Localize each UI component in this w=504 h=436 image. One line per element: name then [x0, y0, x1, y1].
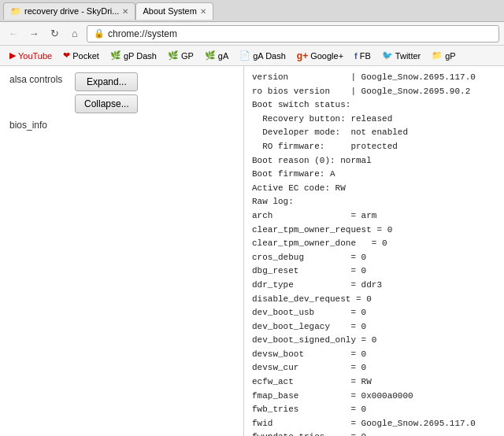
info-line: ddr_type = ddr3 — [252, 279, 496, 293]
tab-about-label: About System — [143, 6, 196, 16]
main-content: alsa controls Expand... Collapse... bios… — [0, 66, 504, 436]
home-button[interactable]: ⌂ — [66, 25, 83, 42]
address-bar[interactable]: 🔒 chrome://system — [87, 25, 499, 42]
googleplus-label: Google+ — [310, 51, 343, 61]
info-line: arch = arm — [252, 209, 496, 224]
bookmark-twitter[interactable]: 🐦 Twitter — [377, 48, 425, 64]
twitter-icon: 🐦 — [382, 50, 393, 61]
tab-close-btn[interactable]: ✕ — [122, 7, 128, 16]
address-icon: 🔒 — [94, 28, 105, 39]
info-line: clear_tpm_owner_request = 0 — [252, 224, 496, 238]
info-line: disable_dev_request = 0 — [252, 293, 496, 307]
nav-bar: ← → ↻ ⌂ 🔒 chrome://system — [0, 22, 504, 46]
youtube-icon: ▶ — [9, 50, 16, 61]
googleplus-icon: g+ — [297, 50, 308, 61]
bookmark-gp[interactable]: 🌿 GP — [163, 48, 198, 64]
info-line: fwid = Google_Snow.2695.117.0 — [252, 417, 496, 431]
collapse-button[interactable]: Collapse... — [75, 94, 138, 113]
info-line: dbg_reset = 0 — [252, 264, 496, 279]
right-panel[interactable]: version | Google_Snow.2695.117.0ro bios … — [244, 66, 504, 436]
bookmark-ga[interactable]: 🌿 gA — [200, 48, 233, 64]
twitter-label: Twitter — [395, 51, 421, 61]
gp-label: GP — [181, 51, 194, 61]
bookmarks-bar: ▶ YouTube ❤ Pocket 🌿 gP Dash 🌿 GP 🌿 gA 📄… — [0, 46, 504, 66]
gpdash-label: gP Dash — [124, 51, 157, 61]
info-line: dev_boot_legacy = 0 — [252, 320, 496, 334]
alsa-label: alsa controls — [6, 72, 65, 87]
bookmark-pocket[interactable]: ❤ Pocket — [58, 48, 104, 64]
expand-button[interactable]: Expand... — [75, 72, 138, 91]
bookmark-youtube[interactable]: ▶ YouTube — [5, 48, 57, 64]
title-bar: 📁 recovery drive - SkyDri... ✕ About Sys… — [0, 0, 504, 22]
gpdash-icon: 🌿 — [110, 50, 121, 61]
info-line: Boot switch status: — [252, 98, 496, 113]
tab-label: recovery drive - SkyDri... — [24, 6, 119, 16]
forward-button[interactable]: → — [25, 25, 43, 42]
fb-icon: f — [354, 51, 358, 61]
ga-label: gA — [218, 51, 228, 61]
info-line: ro bios version | Google_Snow.2695.90.2 — [252, 85, 496, 99]
buttons-section: Expand... Collapse... — [72, 72, 138, 113]
back-button[interactable]: ← — [5, 25, 22, 42]
info-line: Raw log: — [252, 195, 496, 209]
tab-icon: 📁 — [10, 6, 21, 17]
gp-icon: 🌿 — [168, 50, 179, 61]
bookmark-googleplus[interactable]: g+ Google+ — [292, 48, 348, 64]
tab-recovery[interactable]: 📁 recovery drive - SkyDri... ✕ — [3, 2, 135, 20]
info-line: devsw_boot = 0 — [252, 348, 496, 362]
info-line: Boot reason (0): normal — [252, 154, 496, 168]
info-line: Boot firmware: A — [252, 168, 496, 182]
fb-label: FB — [360, 51, 371, 61]
gp2-label: gP — [445, 51, 455, 61]
bios-label: bios_info — [6, 118, 237, 132]
bookmark-gadash[interactable]: 📄 gA Dash — [235, 48, 291, 64]
address-text: chrome://system — [108, 28, 177, 39]
info-line: dev_boot_usb = 0 — [252, 306, 496, 320]
info-line: cros_debug = 0 — [252, 251, 496, 265]
ga-icon: 🌿 — [205, 50, 216, 61]
left-panel: alsa controls Expand... Collapse... bios… — [0, 66, 244, 436]
bookmark-gp2[interactable]: 📁 gP — [427, 48, 460, 64]
left-top-section: alsa controls Expand... Collapse... — [6, 72, 237, 113]
info-line: version | Google_Snow.2695.117.0 — [252, 71, 496, 85]
info-line: clear_tpm_owner_done = 0 — [252, 237, 496, 251]
info-line: Recovery button: released — [252, 113, 496, 127]
info-line: RO firmware: protected — [252, 140, 496, 154]
tab-about-system[interactable]: About System ✕ — [135, 2, 213, 20]
pocket-icon: ❤ — [63, 50, 70, 61]
gadash-icon: 📄 — [239, 50, 250, 61]
gp2-icon: 📁 — [432, 50, 443, 61]
info-line: dev_boot_signed_only = 0 — [252, 334, 496, 348]
reload-button[interactable]: ↻ — [46, 25, 63, 42]
info-line: fwb_tries = 0 — [252, 403, 496, 417]
gadash-label: gA Dash — [253, 51, 286, 61]
info-line: fwupdate_tries = 0 — [252, 430, 496, 436]
info-line: Active EC code: RW — [252, 182, 496, 196]
info-line: ecfw_act = RW — [252, 375, 496, 390]
bookmark-gpdash[interactable]: 🌿 gP Dash — [106, 48, 161, 64]
pocket-label: Pocket — [72, 51, 99, 61]
info-line: Developer mode: not enabled — [252, 126, 496, 140]
bookmark-fb[interactable]: f FB — [350, 48, 376, 64]
tab-about-close-btn[interactable]: ✕ — [200, 7, 206, 16]
info-line: fmap_base = 0x000a0000 — [252, 390, 496, 404]
info-line: devsw_cur = 0 — [252, 361, 496, 375]
youtube-label: YouTube — [18, 51, 52, 61]
